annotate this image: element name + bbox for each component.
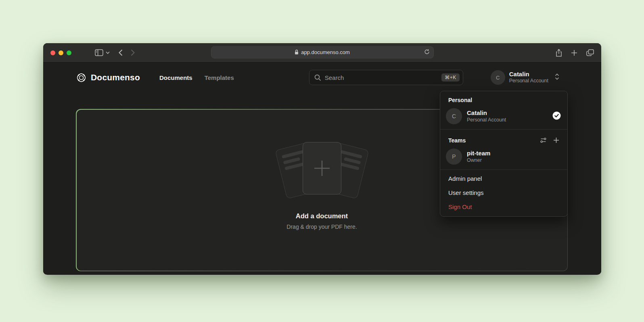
tab-overview-icon[interactable] (586, 49, 594, 56)
document-stack-plus-icon (270, 142, 374, 202)
team-role: Owner (467, 157, 561, 163)
account-menu-button[interactable]: C Catalin Personal Account (491, 70, 559, 85)
menu-divider (440, 169, 567, 170)
chevrons-up-down-icon (555, 73, 559, 82)
minimize-window-button[interactable] (59, 50, 63, 55)
account-avatar: C (491, 70, 505, 85)
teams-heading-row: Teams (440, 131, 567, 146)
plus-icon (313, 159, 331, 178)
personal-account-item[interactable]: C Catalin Personal Account (440, 106, 567, 128)
close-window-button[interactable] (50, 50, 55, 55)
menu-item-user-settings[interactable]: User settings (440, 186, 567, 200)
search-shortcut-badge: ⌘+K (441, 73, 460, 82)
add-team-plus-icon[interactable] (553, 137, 559, 143)
account-dropdown-menu: Personal C Catalin Personal Account (440, 91, 568, 217)
share-icon[interactable] (556, 49, 562, 57)
nav-templates[interactable]: Templates (205, 74, 234, 81)
url-text: app.documenso.com (301, 49, 350, 55)
team-name: pit-team (467, 150, 561, 157)
brand-name: Documenso (91, 73, 140, 82)
menu-item-sign-out[interactable]: Sign Out (440, 200, 567, 214)
dropzone-subtitle: Drag & drop your PDF here. (286, 224, 357, 230)
front-card (303, 142, 341, 194)
menu-item-admin-panel[interactable]: Admin panel (440, 171, 567, 186)
documenso-logo-icon (76, 72, 87, 83)
personal-name: Catalin (467, 109, 548, 117)
back-button-icon[interactable] (119, 49, 123, 56)
app-content: Documenso Documents Templates ⌘+K C (43, 63, 601, 274)
search-icon (314, 74, 321, 81)
brand[interactable]: Documenso (76, 72, 140, 83)
team-avatar: P (446, 148, 462, 165)
check-circle-icon (552, 111, 561, 121)
address-bar[interactable]: app.documenso.com (211, 46, 434, 58)
search-input[interactable] (325, 74, 438, 81)
nav-documents[interactable]: Documents (159, 74, 192, 81)
personal-subtitle: Personal Account (467, 117, 548, 123)
search-bar[interactable]: ⌘+K (309, 70, 463, 85)
teams-heading: Teams (448, 137, 466, 144)
lock-icon (295, 50, 299, 55)
desktop-background: app.documenso.com (0, 0, 644, 322)
account-subtitle: Personal Account (509, 78, 548, 84)
zoom-window-button[interactable] (67, 50, 71, 55)
toolbar-right-icons (556, 49, 594, 57)
dropzone-title: Add a document (296, 212, 348, 220)
personal-avatar: C (446, 108, 462, 124)
primary-nav: Documents Templates (159, 74, 234, 81)
new-tab-icon[interactable] (571, 50, 577, 56)
account-texts: Catalin Personal Account (509, 71, 548, 84)
personal-heading: Personal (440, 91, 567, 106)
browser-toolbar: app.documenso.com (43, 43, 601, 63)
manage-teams-sliders-icon[interactable] (540, 137, 547, 144)
sidebar-toggle-icon[interactable] (95, 49, 103, 56)
browser-window: app.documenso.com (43, 43, 601, 275)
reload-icon[interactable] (424, 49, 430, 56)
app-header: Documenso Documents Templates ⌘+K C (43, 63, 601, 92)
account-name: Catalin (509, 71, 548, 78)
menu-divider (440, 129, 567, 130)
toolbar-chevron-down-icon[interactable] (106, 51, 110, 54)
window-controls (50, 50, 71, 55)
team-item[interactable]: P pit-team Owner (440, 146, 567, 169)
forward-button-icon (131, 49, 135, 56)
